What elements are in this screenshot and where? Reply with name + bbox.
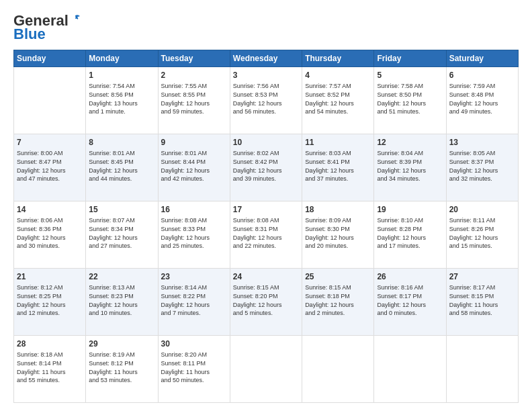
day-number: 23 [161, 271, 227, 283]
calendar-cell: 21Sunrise: 8:12 AMSunset: 8:25 PMDayligh… [14, 269, 86, 336]
calendar-cell [14, 67, 86, 134]
day-info: Sunrise: 8:02 AMSunset: 8:42 PMDaylight:… [233, 149, 299, 183]
calendar-cell: 15Sunrise: 8:07 AMSunset: 8:34 PMDayligh… [86, 201, 158, 269]
day-info: Sunrise: 8:17 AMSunset: 8:15 PMDaylight:… [449, 283, 515, 317]
day-info: Sunrise: 7:59 AMSunset: 8:48 PMDaylight:… [449, 82, 515, 116]
day-info: Sunrise: 7:58 AMSunset: 8:50 PMDaylight:… [377, 82, 443, 116]
week-row-2: 7Sunrise: 8:00 AMSunset: 8:47 PMDaylight… [14, 134, 519, 201]
day-info: Sunrise: 7:57 AMSunset: 8:52 PMDaylight:… [305, 82, 371, 116]
calendar-cell [446, 336, 518, 403]
day-info: Sunrise: 8:20 AMSunset: 8:11 PMDaylight:… [161, 351, 227, 384]
calendar-cell: 2Sunrise: 7:55 AMSunset: 8:55 PMDaylight… [158, 67, 230, 134]
day-info: Sunrise: 8:11 AMSunset: 8:26 PMDaylight:… [449, 216, 515, 250]
calendar-cell: 25Sunrise: 8:15 AMSunset: 8:18 PMDayligh… [302, 269, 374, 336]
calendar-cell: 18Sunrise: 8:09 AMSunset: 8:30 PMDayligh… [302, 201, 374, 269]
day-info: Sunrise: 8:09 AMSunset: 8:30 PMDaylight:… [305, 216, 371, 250]
day-info: Sunrise: 8:10 AMSunset: 8:28 PMDaylight:… [377, 216, 443, 250]
weekday-header-wednesday: Wednesday [230, 50, 302, 67]
day-number: 21 [17, 271, 83, 283]
day-info: Sunrise: 8:19 AMSunset: 8:12 PMDaylight:… [89, 351, 154, 384]
calendar-cell: 24Sunrise: 8:15 AMSunset: 8:20 PMDayligh… [230, 269, 302, 336]
day-number: 20 [449, 204, 515, 216]
day-number: 15 [89, 204, 154, 216]
calendar-cell [374, 336, 446, 403]
calendar-cell: 1Sunrise: 7:54 AMSunset: 8:56 PMDaylight… [86, 67, 158, 134]
day-info: Sunrise: 8:12 AMSunset: 8:25 PMDaylight:… [17, 283, 83, 317]
day-number: 13 [449, 137, 515, 148]
day-number: 6 [449, 70, 515, 81]
day-number: 18 [305, 204, 371, 216]
calendar-cell [230, 336, 302, 403]
day-number: 22 [89, 271, 154, 283]
logo: General Blue [13, 12, 81, 43]
day-number: 4 [305, 70, 371, 81]
calendar-cell: 13Sunrise: 8:05 AMSunset: 8:37 PMDayligh… [446, 134, 518, 201]
header: General Blue [13, 12, 519, 43]
calendar-cell: 22Sunrise: 8:13 AMSunset: 8:23 PMDayligh… [86, 269, 158, 336]
calendar-cell: 23Sunrise: 8:14 AMSunset: 8:22 PMDayligh… [158, 269, 230, 336]
day-number: 29 [89, 338, 154, 350]
day-info: Sunrise: 8:04 AMSunset: 8:39 PMDaylight:… [377, 149, 443, 183]
weekday-header-thursday: Thursday [302, 50, 374, 67]
calendar-cell: 6Sunrise: 7:59 AMSunset: 8:48 PMDaylight… [446, 67, 518, 134]
day-info: Sunrise: 8:01 AMSunset: 8:45 PMDaylight:… [89, 149, 154, 183]
day-number: 30 [161, 338, 227, 350]
calendar-cell: 29Sunrise: 8:19 AMSunset: 8:12 PMDayligh… [86, 336, 158, 403]
day-info: Sunrise: 8:07 AMSunset: 8:34 PMDaylight:… [89, 216, 154, 250]
weekday-header-tuesday: Tuesday [158, 50, 230, 67]
day-info: Sunrise: 8:08 AMSunset: 8:31 PMDaylight:… [233, 216, 299, 250]
calendar-cell: 16Sunrise: 8:08 AMSunset: 8:33 PMDayligh… [158, 201, 230, 269]
weekday-header-friday: Friday [374, 50, 446, 67]
calendar-cell: 3Sunrise: 7:56 AMSunset: 8:53 PMDaylight… [230, 67, 302, 134]
logo-bird-icon [69, 13, 81, 26]
day-number: 1 [89, 70, 154, 81]
calendar-cell: 9Sunrise: 8:01 AMSunset: 8:44 PMDaylight… [158, 134, 230, 201]
day-info: Sunrise: 8:13 AMSunset: 8:23 PMDaylight:… [89, 283, 154, 317]
day-number: 10 [233, 137, 299, 148]
week-row-3: 14Sunrise: 8:06 AMSunset: 8:36 PMDayligh… [14, 201, 519, 269]
day-number: 27 [449, 271, 515, 283]
day-info: Sunrise: 8:00 AMSunset: 8:47 PMDaylight:… [17, 149, 83, 183]
weekday-header-row: SundayMondayTuesdayWednesdayThursdayFrid… [14, 50, 519, 67]
day-info: Sunrise: 8:08 AMSunset: 8:33 PMDaylight:… [161, 216, 227, 250]
day-number: 25 [305, 271, 371, 283]
day-number: 5 [377, 70, 443, 81]
calendar-cell: 20Sunrise: 8:11 AMSunset: 8:26 PMDayligh… [446, 201, 518, 269]
calendar-cell: 7Sunrise: 8:00 AMSunset: 8:47 PMDaylight… [14, 134, 86, 201]
day-number: 28 [17, 338, 83, 350]
day-info: Sunrise: 8:05 AMSunset: 8:37 PMDaylight:… [449, 149, 515, 183]
calendar-cell: 10Sunrise: 8:02 AMSunset: 8:42 PMDayligh… [230, 134, 302, 201]
day-info: Sunrise: 8:16 AMSunset: 8:17 PMDaylight:… [377, 283, 443, 317]
day-info: Sunrise: 8:15 AMSunset: 8:18 PMDaylight:… [305, 283, 371, 317]
day-number: 17 [233, 204, 299, 216]
day-number: 24 [233, 271, 299, 283]
logo-blue: Blue [13, 26, 46, 43]
calendar-cell: 11Sunrise: 8:03 AMSunset: 8:41 PMDayligh… [302, 134, 374, 201]
calendar-cell: 12Sunrise: 8:04 AMSunset: 8:39 PMDayligh… [374, 134, 446, 201]
weekday-header-monday: Monday [86, 50, 158, 67]
week-row-1: 1Sunrise: 7:54 AMSunset: 8:56 PMDaylight… [14, 67, 519, 134]
day-info: Sunrise: 8:14 AMSunset: 8:22 PMDaylight:… [161, 283, 227, 317]
day-info: Sunrise: 8:06 AMSunset: 8:36 PMDaylight:… [17, 216, 83, 250]
weekday-header-sunday: Sunday [14, 50, 86, 67]
day-info: Sunrise: 7:55 AMSunset: 8:55 PMDaylight:… [161, 82, 227, 116]
calendar-cell: 14Sunrise: 8:06 AMSunset: 8:36 PMDayligh… [14, 201, 86, 269]
calendar-cell: 19Sunrise: 8:10 AMSunset: 8:28 PMDayligh… [374, 201, 446, 269]
day-number: 3 [233, 70, 299, 81]
day-number: 11 [305, 137, 371, 148]
calendar-cell: 8Sunrise: 8:01 AMSunset: 8:45 PMDaylight… [86, 134, 158, 201]
day-info: Sunrise: 7:54 AMSunset: 8:56 PMDaylight:… [89, 82, 154, 116]
calendar-cell: 30Sunrise: 8:20 AMSunset: 8:11 PMDayligh… [158, 336, 230, 403]
calendar-cell: 28Sunrise: 8:18 AMSunset: 8:14 PMDayligh… [14, 336, 86, 403]
calendar-table: SundayMondayTuesdayWednesdayThursdayFrid… [13, 50, 519, 403]
day-number: 7 [17, 137, 83, 148]
day-info: Sunrise: 8:15 AMSunset: 8:20 PMDaylight:… [233, 283, 299, 317]
weekday-header-saturday: Saturday [446, 50, 518, 67]
day-number: 19 [377, 204, 443, 216]
calendar-cell: 4Sunrise: 7:57 AMSunset: 8:52 PMDaylight… [302, 67, 374, 134]
week-row-5: 28Sunrise: 8:18 AMSunset: 8:14 PMDayligh… [14, 336, 519, 403]
calendar-cell: 5Sunrise: 7:58 AMSunset: 8:50 PMDaylight… [374, 67, 446, 134]
day-number: 16 [161, 204, 227, 216]
calendar-cell: 17Sunrise: 8:08 AMSunset: 8:31 PMDayligh… [230, 201, 302, 269]
calendar-cell: 27Sunrise: 8:17 AMSunset: 8:15 PMDayligh… [446, 269, 518, 336]
